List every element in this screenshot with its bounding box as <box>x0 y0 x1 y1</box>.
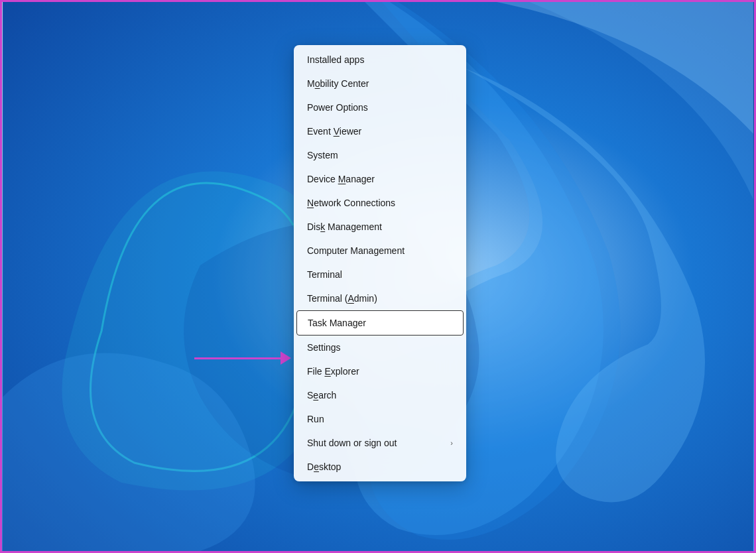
menu-item-search[interactable]: Search <box>294 383 466 407</box>
menu-item-task-manager[interactable]: Task Manager <box>296 310 464 336</box>
menu-item-event-viewer[interactable]: Event Viewer <box>294 119 466 143</box>
arrow-line <box>194 357 281 359</box>
arrow-head <box>281 351 291 365</box>
menu-item-run[interactable]: Run <box>294 407 466 431</box>
menu-item-label: Device Manager <box>307 174 375 184</box>
menu-item-mobility-center[interactable]: Mobility Center <box>294 72 466 95</box>
menu-item-device-manager[interactable]: Device Manager <box>294 167 466 191</box>
menu-item-label: Installed apps <box>307 54 364 65</box>
menu-item-label: Run <box>307 414 324 424</box>
menu-item-desktop[interactable]: Desktop <box>294 455 466 479</box>
menu-item-disk-management[interactable]: Disk Management <box>294 215 466 239</box>
menu-item-computer-management[interactable]: Computer Management <box>294 239 466 263</box>
menu-item-file-explorer[interactable]: File Explorer <box>294 359 466 383</box>
menu-item-label: Event Viewer <box>307 126 361 137</box>
menu-item-label: Shut down or sign out <box>307 438 397 448</box>
menu-item-label: Desktop <box>307 461 341 472</box>
menu-item-label: Computer Management <box>307 245 405 256</box>
menu-item-label: Power Options <box>307 102 368 113</box>
menu-item-installed-apps[interactable]: Installed apps <box>294 48 466 72</box>
menu-item-label: Mobility Center <box>307 78 369 89</box>
menu-item-label: File Explorer <box>307 366 359 377</box>
menu-item-label: Task Manager <box>308 318 366 328</box>
menu-item-label: System <box>307 150 338 160</box>
arrow-pointer <box>194 351 291 365</box>
context-menu: Installed appsMobility CenterPower Optio… <box>294 45 466 481</box>
menu-item-system[interactable]: System <box>294 143 466 167</box>
menu-item-label: Network Connections <box>307 198 395 208</box>
menu-item-power-options[interactable]: Power Options <box>294 95 466 119</box>
menu-item-label: Settings <box>307 342 341 353</box>
menu-item-terminal-admin[interactable]: Terminal (Admin) <box>294 286 466 310</box>
menu-item-label: Terminal <box>307 269 342 280</box>
menu-item-network-connections[interactable]: Network Connections <box>294 191 466 215</box>
menu-item-label: Disk Management <box>307 221 382 232</box>
submenu-arrow: › <box>450 439 453 447</box>
menu-item-terminal[interactable]: Terminal <box>294 263 466 286</box>
menu-item-shut-down[interactable]: Shut down or sign out› <box>294 431 466 455</box>
menu-item-label: Search <box>307 390 336 400</box>
menu-item-label: Terminal (Admin) <box>307 293 377 304</box>
menu-item-settings[interactable]: Settings <box>294 336 466 359</box>
